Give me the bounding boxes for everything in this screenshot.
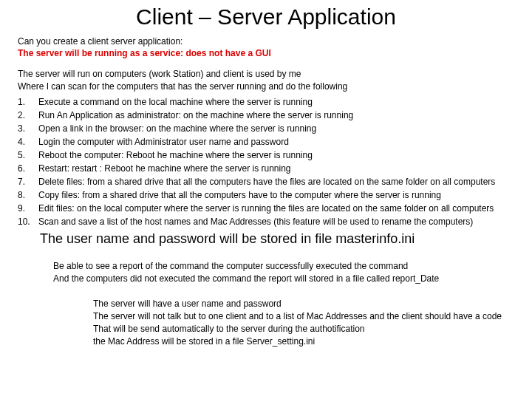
auth-line-2: The server will not talk but to one clie…: [93, 310, 514, 323]
list-text: Delete files: from a shared drive that a…: [38, 175, 495, 188]
list-num: 1.: [18, 95, 38, 109]
list-text: Restart: restart : Reboot he machine whe…: [38, 162, 291, 175]
list-item: 3.Open a link in the browser: on the mac…: [18, 122, 514, 135]
list-item: 1.Execute a command on the local machine…: [18, 95, 514, 109]
auth-line-4: the Mac Address will be stored in a file…: [93, 335, 514, 348]
list-text: Edit files: on the local computer where …: [38, 202, 494, 215]
list-num: 7.: [18, 175, 38, 188]
list-num: 6.: [18, 162, 38, 175]
auth-block: The server will have a user name and pas…: [93, 298, 514, 347]
list-item: 10.Scan and save a list of the host name…: [18, 215, 514, 228]
list-item: 8.Copy files: from a shared drive that a…: [18, 188, 514, 202]
report-line-1: Be able to see a report of the command t…: [53, 260, 514, 273]
list-item: 7.Delete files: from a shared drive that…: [18, 175, 514, 188]
list-item: 4.Login the computer with Administrator …: [18, 135, 514, 149]
list-text: Reboot the computer: Reboot he machine w…: [38, 149, 313, 162]
credentials-note: The user name and password will be store…: [40, 231, 514, 247]
report-line-2: And the computers did not executed the c…: [53, 273, 514, 285]
auth-line-1: The server will have a user name and pas…: [93, 298, 514, 310]
list-num: 9.: [18, 202, 38, 215]
requirements-list: 1.Execute a command on the local machine…: [18, 95, 514, 228]
report-block: Be able to see a report of the command t…: [53, 260, 514, 285]
list-num: 2.: [18, 109, 38, 122]
page-title: Client – Server Application: [0, 0, 532, 30]
list-num: 10.: [18, 215, 38, 228]
overview-line-1: The server will run on computers (work S…: [18, 68, 514, 80]
overview-block: The server will run on computers (work S…: [18, 68, 514, 92]
auth-line-3: That will be send automatically to the s…: [93, 323, 514, 335]
intro-block: Can you create a client server applicati…: [18, 35, 514, 59]
list-item: 9.Edit files: on the local computer wher…: [18, 202, 514, 215]
list-text: Scan and save a list of the host names a…: [38, 215, 473, 228]
list-text: Login the computer with Administrator us…: [38, 135, 289, 149]
list-item: 5.Reboot the computer: Reboot he machine…: [18, 149, 514, 162]
list-text: Execute a command on the local machine w…: [38, 95, 313, 109]
list-text: Copy files: from a shared drive that all…: [38, 188, 441, 202]
list-num: 4.: [18, 135, 38, 149]
intro-line-1: Can you create a client server applicati…: [18, 35, 514, 47]
list-num: 8.: [18, 188, 38, 202]
list-text: Open a link in the browser: on the machi…: [38, 122, 316, 135]
list-item: 6.Restart: restart : Reboot he machine w…: [18, 162, 514, 175]
list-num: 3.: [18, 122, 38, 135]
intro-line-2: The server will be running as a service:…: [18, 47, 514, 59]
overview-line-2: Where I can scan for the computers that …: [18, 81, 514, 92]
list-text: Run An Application as administrator: on …: [38, 109, 353, 122]
list-item: 2.Run An Application as administrator: o…: [18, 109, 514, 122]
list-num: 5.: [18, 149, 38, 162]
